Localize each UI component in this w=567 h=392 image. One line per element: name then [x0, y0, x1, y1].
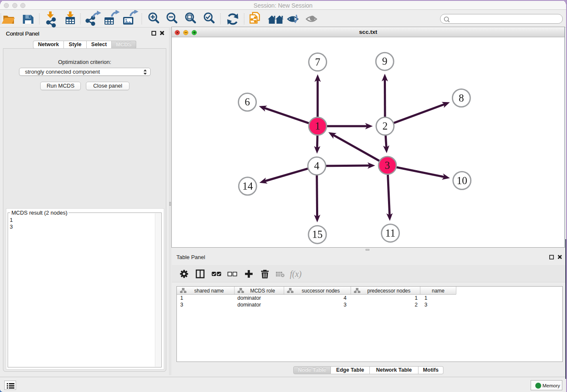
svg-text:14: 14 — [242, 180, 253, 192]
svg-text:successor nodes: successor nodes — [302, 288, 340, 294]
svg-text:3: 3 — [180, 302, 183, 308]
svg-text:1: 1 — [415, 295, 418, 301]
svg-text:15: 15 — [312, 229, 323, 240]
svg-text:1: 1 — [424, 295, 427, 301]
svg-text:1: 1 — [315, 120, 320, 132]
svg-text:9: 9 — [382, 55, 388, 67]
svg-text:2: 2 — [383, 120, 388, 132]
svg-text:3: 3 — [385, 160, 390, 171]
svg-text:11: 11 — [385, 227, 396, 239]
svg-text:6: 6 — [245, 96, 250, 108]
svg-text:shared name: shared name — [194, 288, 224, 294]
svg-text:4: 4 — [314, 160, 319, 171]
svg-text:dominator: dominator — [237, 295, 261, 301]
svg-text:1: 1 — [180, 295, 183, 301]
svg-text:MCDS role: MCDS role — [250, 288, 275, 294]
svg-text:3: 3 — [344, 302, 347, 308]
svg-text:predecessor nodes: predecessor nodes — [367, 288, 410, 294]
svg-text:f(x): f(x) — [290, 269, 302, 279]
svg-text:4: 4 — [344, 295, 347, 301]
svg-text:2: 2 — [415, 302, 418, 308]
svg-text:10: 10 — [457, 175, 467, 186]
svg-text:3: 3 — [424, 302, 427, 308]
svg-text:name: name — [432, 288, 444, 294]
svg-text:8: 8 — [459, 92, 464, 104]
svg-text:dominator: dominator — [237, 302, 261, 308]
svg-text:7: 7 — [315, 56, 320, 68]
